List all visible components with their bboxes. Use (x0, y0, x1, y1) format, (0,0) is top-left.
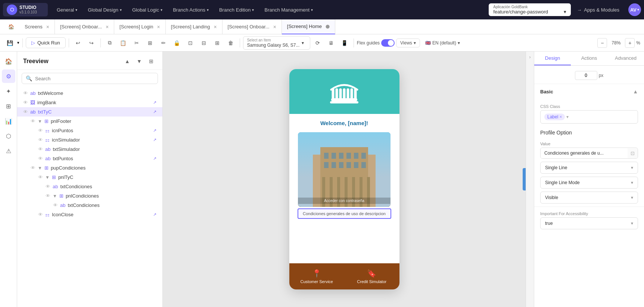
accessibility-dropdown[interactable]: true ▾ (540, 217, 638, 229)
views-button[interactable]: Views ▾ (396, 38, 420, 47)
tab-landing-close[interactable]: × (214, 24, 217, 30)
zoom-out-button[interactable]: − (597, 38, 607, 48)
basic-section-collapse[interactable]: ▲ (633, 89, 638, 94)
tab-login[interactable]: [Screens] Login × (114, 19, 166, 34)
frame-button[interactable]: ⊡ (184, 37, 196, 49)
tab-home-circle[interactable]: ⬤ (326, 24, 330, 28)
warning-sidebar-button[interactable]: ⚠ (2, 144, 15, 158)
tab-actions[interactable]: Actions (571, 52, 607, 65)
tag-remove-button[interactable]: × (559, 114, 562, 120)
device-selector[interactable]: Select an Item Samsung Galaxy S6, S7... … (243, 36, 310, 50)
components-sidebar-button[interactable]: ⊞ (2, 99, 15, 113)
tree-item-icnPuntos[interactable]: 👁 ⚏ icnPuntos ↗ (17, 126, 162, 135)
treeview-expand-all[interactable]: ⊞ (146, 56, 156, 66)
tab-login-close[interactable]: × (157, 24, 160, 30)
tab-onboard-2[interactable]: [Screens] Onboar... × (223, 19, 282, 34)
cut-button[interactable]: ✂ (131, 37, 143, 49)
app-logo[interactable]: ⬡ STUDIO v3.1.0.103 (3, 3, 48, 16)
tree-item-txtCondiciones[interactable]: 👁 ab txtCondiciones (17, 182, 162, 191)
paste-button[interactable]: 📋 (117, 37, 129, 49)
tab-onboard-1[interactable]: [Screens] Onboar... × (55, 19, 114, 34)
quick-run-button[interactable]: ▷ Quick Run (26, 37, 66, 48)
tree-item-pnlFooter[interactable]: 👁 ▼ ⊞ pnlFooter (17, 117, 162, 126)
tree-item-pupCondiciones[interactable]: 👁 ▼ ⊞ pupCondiciones (17, 163, 162, 173)
collapse-icon[interactable]: ▼ (53, 193, 57, 199)
tree-item-txtSimulador[interactable]: 👁 ab txtSimulador (17, 145, 162, 154)
view-desktop-button[interactable]: 🖥 (325, 37, 337, 49)
tree-item-txtTyC[interactable]: 👁 ab txtTyC ↗ (17, 107, 162, 117)
collapse-icon[interactable]: ▼ (38, 119, 42, 124)
view-mobile-button[interactable]: 📱 (339, 37, 351, 49)
tab-onboard-2-close[interactable]: × (273, 24, 276, 30)
tree-item-pnlTyC[interactable]: 👁 ▼ ⊞ pnlTyC (17, 173, 162, 182)
undo-button[interactable]: ↩ (72, 37, 84, 49)
nav-global-logic[interactable]: Global Logic ▾ (128, 5, 167, 15)
tab-landing[interactable]: [Screens] Landing × (166, 19, 223, 34)
tree-item-IconClose[interactable]: 👁 ⚏ IconClose ↗ (17, 210, 162, 219)
align-button[interactable]: ⊞ (211, 37, 223, 49)
tree-item-txtPuntos[interactable]: 👁 ab txtPuntos ↗ (17, 154, 162, 163)
value-input-icon[interactable]: ⊡ (628, 148, 638, 158)
tree-item-icnSimulador[interactable]: 👁 ⚏ icnSimulador ↗ (17, 135, 162, 145)
tab-advanced[interactable]: Advanced (607, 52, 644, 65)
nav-general[interactable]: General ▾ (52, 5, 82, 15)
treeview-collapse-down[interactable]: ▼ (134, 56, 144, 66)
value-input[interactable] (541, 148, 628, 158)
visible-dropdown[interactable]: Visible ▾ (540, 192, 638, 204)
avatar-button[interactable]: AV ▾ (628, 3, 641, 16)
treeview-collapse-up[interactable]: ▲ (122, 56, 133, 66)
tab-screens[interactable]: Screens × (19, 19, 55, 34)
nav-branch-management[interactable]: Branch Management ▾ (260, 5, 317, 15)
tab-home[interactable]: [Screens] Home ⬤ (282, 19, 335, 34)
tab-screens-close[interactable]: × (46, 24, 49, 30)
footer-credit-simulator[interactable]: 🔖 Credit Simulator (344, 263, 399, 289)
component-button[interactable]: ⊞ (144, 37, 156, 49)
language-selector[interactable]: 🇬🇧 EN (default) ▾ (421, 39, 464, 47)
layers-sidebar-button[interactable]: ⚙ (2, 69, 15, 83)
tree-item-txtWelcome[interactable]: 👁 ab txtWelcome (17, 89, 162, 98)
collapse-icon[interactable]: ▼ (45, 175, 50, 180)
save-button[interactable]: 💾 (4, 37, 16, 49)
redo-button[interactable]: ↪ (85, 37, 97, 49)
nav-branch-actions[interactable]: Branch Actions ▾ (168, 5, 213, 15)
home-sidebar-button[interactable]: 🏠 (2, 55, 15, 68)
logic-sidebar-button[interactable]: ⬡ (2, 129, 15, 143)
visible-chevron: ▾ (631, 195, 633, 200)
lock-button[interactable]: 🔒 (171, 37, 183, 49)
nav-global-design[interactable]: Global Design ▾ (83, 5, 126, 15)
single-line-dropdown[interactable]: Single Line ▾ (540, 162, 638, 174)
frame-split-button[interactable]: ⊟ (198, 37, 210, 49)
tree-item-pnlCondiciones[interactable]: 👁 ▼ ⊞ pnlCondiciones (17, 191, 162, 201)
refresh-button[interactable]: ⟳ (312, 37, 324, 49)
text-icon: ab (60, 202, 65, 208)
css-class-input[interactable]: Label × ▾ (540, 110, 638, 124)
tree-item-imgBank[interactable]: 👁 🖼 imgBank ↗ (17, 98, 162, 107)
footer-customer-service[interactable]: 📍 Customer Service (289, 263, 345, 289)
zoom-in-button[interactable]: + (625, 38, 635, 48)
tab-design[interactable]: Design (534, 52, 571, 65)
tree-item-label: icnPuntos (52, 128, 150, 133)
copy-button[interactable]: ⧉ (104, 37, 116, 49)
save-chevron[interactable]: ▾ (17, 40, 19, 45)
px-input[interactable] (575, 71, 597, 80)
flex-guides-toggle[interactable] (381, 39, 395, 47)
icon-icon: ⚏ (45, 212, 50, 217)
collapse-icon[interactable]: ▼ (38, 165, 42, 171)
apps-modules-button[interactable]: → Apps & Modules (572, 5, 624, 15)
app-selector[interactable]: Aplicación GoldBank feature/change-passw… (489, 3, 571, 16)
tree-item-txtCondiciones-nested[interactable]: 👁 ab txtCondiciones (17, 201, 162, 210)
canvas-handle[interactable] (523, 168, 526, 190)
pencil-button[interactable]: ✏ (158, 37, 169, 49)
delete-button[interactable]: 🗑 (225, 37, 237, 49)
design-sidebar-button[interactable]: ✦ (2, 84, 15, 98)
tag-dropdown[interactable]: ▾ (566, 114, 569, 120)
single-line-mode-dropdown[interactable]: Single Line Mode ▾ (540, 177, 638, 189)
nav-branch-edition[interactable]: Branch Edition ▾ (215, 5, 259, 15)
search-input[interactable] (35, 76, 154, 81)
selected-field[interactable]: Condiciones generales de uso de descripc… (298, 208, 391, 219)
tab-home-icon[interactable]: 🏠 (3, 19, 19, 34)
right-panel-collapse-button[interactable]: › (526, 52, 534, 307)
data-sidebar-button[interactable]: 📊 (2, 114, 15, 128)
tab-onboard-1-close[interactable]: × (106, 24, 109, 30)
nav-global-logic-label: Global Logic (132, 7, 159, 13)
